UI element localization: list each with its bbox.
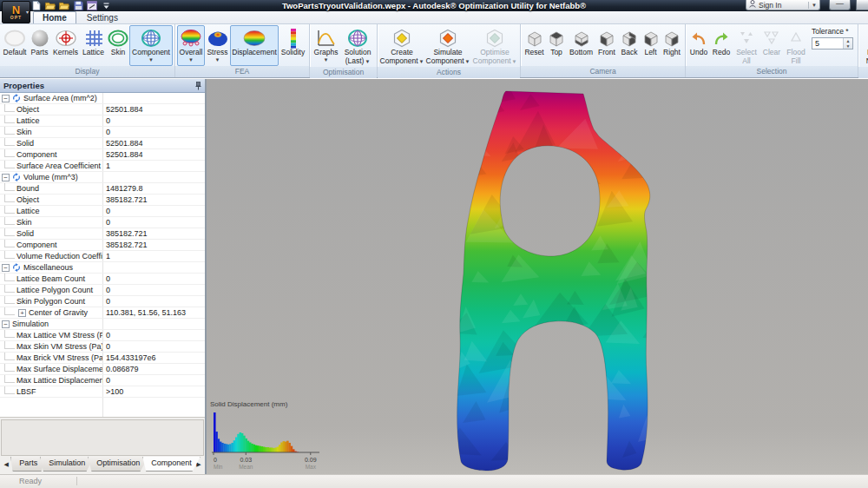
sign-in-caret-icon[interactable]: ▼ (812, 3, 817, 8)
property-row[interactable]: +Center of Gravity110.381, 51.56, 51.163 (0, 307, 205, 319)
solidity-button[interactable]: Solidity (279, 25, 307, 66)
property-row[interactable]: Skin0 (0, 217, 205, 228)
property-row[interactable]: Lattice Polygon Count0 (0, 285, 205, 296)
minimize-button[interactable]: — (829, 0, 851, 10)
select-all-button[interactable]: Select All (733, 25, 760, 66)
property-value[interactable]: 1 (102, 251, 205, 261)
property-row[interactable]: Max Surface Displacemen...0.086879 (0, 364, 205, 375)
property-row[interactable]: Skin0 (0, 127, 205, 138)
right-button[interactable]: Right (661, 25, 683, 66)
property-value[interactable]: 0 (102, 217, 205, 228)
property-row[interactable]: Object385182.721 (0, 195, 205, 206)
optimise-component-button[interactable]: Optimise Component▼ (471, 25, 518, 67)
property-group-row[interactable]: −Surface Area (mm^2) (0, 93, 205, 104)
property-value[interactable]: 385182.721 (102, 228, 205, 239)
collapse-toggle[interactable]: − (2, 95, 10, 102)
property-group-row[interactable]: −Simulation (0, 319, 205, 330)
clear-button[interactable]: Clear (760, 25, 783, 66)
tab-settings[interactable]: Settings (78, 12, 127, 23)
flood-fill-button[interactable]: Flood Fill (783, 25, 809, 66)
property-value[interactable]: 0 (102, 127, 205, 137)
solution-last--button[interactable]: Solution (Last)▼ (340, 25, 375, 67)
application-menu-button[interactable]: N OPT ▾ (2, 1, 30, 23)
property-row[interactable]: LBSF>100 (0, 386, 205, 398)
tab-home[interactable]: Home (33, 11, 76, 23)
panel-tab-component[interactable]: Component (142, 457, 201, 472)
property-value[interactable]: 1481279.8 (102, 183, 205, 194)
panel-tab-simulation[interactable]: Simulation (40, 457, 94, 472)
collapse-toggle[interactable]: − (2, 174, 10, 181)
collapse-toggle[interactable]: − (2, 320, 10, 328)
undo-button[interactable]: Undo (687, 25, 710, 66)
reset-button[interactable]: Reset (523, 25, 546, 66)
pin-icon[interactable] (195, 82, 201, 92)
property-row[interactable]: Max Lattice Displacement...0 (0, 375, 205, 386)
top-button[interactable]: Top (546, 25, 567, 66)
kernels-button[interactable]: Kernels (51, 25, 80, 66)
property-row[interactable]: Solid385182.721 (0, 228, 205, 240)
property-row[interactable]: Lattice Beam Count0 (0, 274, 205, 285)
property-value[interactable]: 0 (102, 274, 205, 284)
property-value[interactable] (102, 319, 205, 329)
export-to-netfabb-button[interactable]: Export to Netfabb▼ (860, 25, 868, 67)
bottom-button[interactable]: Bottom (567, 25, 595, 66)
property-row[interactable]: Object52501.884 (0, 104, 205, 115)
create-component-button[interactable]: Create Component▼ (379, 25, 424, 67)
property-value[interactable] (102, 93, 205, 103)
property-value[interactable]: 0 (102, 285, 205, 295)
property-row[interactable]: Volume Reduction Coeffic...1 (0, 251, 205, 262)
property-row[interactable]: Bound1481279.8 (0, 183, 205, 195)
stress-button[interactable]: Stress▼ (205, 25, 230, 66)
tolerance-spinner[interactable]: ▲▼ (843, 38, 852, 49)
property-value[interactable]: 52501.884 (102, 104, 205, 115)
lattice-button[interactable]: Lattice (80, 25, 107, 66)
displacement-button[interactable]: Displacement (230, 25, 279, 66)
property-row[interactable]: Max Lattice VM Stress (Pa)0 (0, 330, 205, 341)
property-value[interactable]: 0 (102, 375, 205, 386)
property-value[interactable]: 52501.884 (102, 149, 205, 160)
property-row[interactable]: Solid52501.884 (0, 138, 205, 149)
tolerance-input[interactable]: 5▲▼ (812, 37, 853, 49)
expand-toggle[interactable]: + (18, 309, 26, 317)
maximize-button[interactable] (856, 0, 868, 10)
property-group-row[interactable]: −Volume (mm^3) (0, 172, 205, 183)
property-row[interactable]: Max Brick VM Stress (Pa)154.433197e6 (0, 353, 205, 364)
property-value[interactable]: 0 (102, 115, 205, 126)
property-value[interactable]: 110.381, 51.56, 51.163 (102, 307, 205, 318)
properties-panel-header[interactable]: Properties (0, 79, 205, 93)
property-value[interactable]: 0 (102, 330, 205, 340)
property-row[interactable]: Surface Area Coefficient1 (0, 161, 205, 172)
default-button[interactable]: Default (2, 25, 28, 66)
front-button[interactable]: Front (595, 25, 618, 66)
property-value[interactable]: 0.086879 (102, 364, 205, 374)
tab-scroll-left[interactable]: ◀ (2, 458, 10, 471)
property-value[interactable]: 385182.721 (102, 195, 205, 205)
property-value[interactable]: 0 (102, 341, 205, 352)
property-row[interactable]: Max Skin VM Stress (Pa)0 (0, 341, 205, 353)
graphs-button[interactable]: Graphs▼ (312, 25, 340, 67)
sign-in-button[interactable]: Sign In ▼ (746, 0, 820, 10)
overall-button[interactable]: Overall▼ (177, 25, 205, 66)
back-button[interactable]: Back (618, 25, 641, 66)
property-row[interactable]: Component52501.884 (0, 149, 205, 161)
collapse-toggle[interactable]: − (2, 264, 10, 272)
property-value[interactable]: 154.433197e6 (102, 353, 205, 363)
parts-button[interactable]: Parts (28, 25, 51, 66)
property-value[interactable] (102, 262, 205, 273)
3d-viewport[interactable]: Solid Displacement (mm) 0 Min 0.03 Mean … (207, 79, 868, 474)
redo-button[interactable]: Redo (710, 25, 733, 66)
property-value[interactable]: 385182.721 (102, 240, 205, 250)
property-value[interactable]: 0 (102, 296, 205, 307)
property-row[interactable]: Lattice0 (0, 115, 205, 127)
property-row[interactable]: Component385182.721 (0, 240, 205, 251)
left-button[interactable]: Left (641, 25, 661, 66)
property-row[interactable]: Lattice0 (0, 206, 205, 217)
property-group-row[interactable]: −Miscellaneous (0, 262, 205, 274)
property-row[interactable]: Skin Polygon Count0 (0, 296, 205, 307)
component-button[interactable]: Component▼ (129, 25, 173, 66)
panel-tab-optimisation[interactable]: Optimisation (88, 457, 148, 472)
property-value[interactable]: >100 (102, 386, 205, 397)
property-value[interactable]: 1 (102, 161, 205, 171)
skin-button[interactable]: Skin (107, 25, 129, 66)
property-value[interactable] (102, 172, 205, 182)
